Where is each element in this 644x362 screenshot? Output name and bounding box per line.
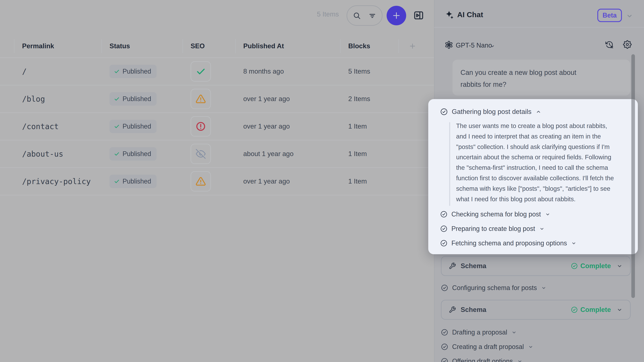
wrench-icon [449, 262, 456, 270]
check-icon [114, 178, 120, 184]
table-row[interactable]: /contact Published over 1 year ago 1 Ite… [0, 112, 436, 140]
blocks-count: 1 Item [348, 178, 367, 185]
seo-status-button[interactable] [190, 89, 211, 109]
check-circle-icon [441, 358, 448, 362]
chat-header-divider [434, 27, 644, 27]
column-header-permalink[interactable]: Permalink [14, 36, 102, 56]
check-circle-icon [441, 284, 448, 292]
table-row[interactable]: /privacy-policy Published over 1 year ag… [0, 167, 436, 195]
published-at-value: over 1 year ago [243, 123, 290, 130]
thinking-step-collapsed[interactable]: Drafting a proposal [441, 328, 517, 337]
add-column-button[interactable] [398, 36, 422, 56]
thinking-step-label: Checking schema for blog post [452, 210, 541, 218]
permalink-value: /about-us [22, 150, 63, 158]
thinking-step-collapsed[interactable]: Configuring schema for posts [441, 284, 546, 292]
chevron-down-icon [528, 344, 534, 350]
thinking-step-label: Preparing to create blog post [452, 225, 535, 233]
thinking-step-label: Gathering blog post details [452, 108, 532, 115]
chevron-down-icon [541, 285, 546, 291]
chat-settings-button[interactable] [623, 40, 632, 49]
chat-scrollbar-thumb[interactable] [631, 54, 635, 298]
thinking-body-line: "posts" collection. I should ask clarify… [456, 142, 614, 152]
permalink-value: /blog [22, 95, 45, 103]
thinking-body-line: uncertain about the schema or required f… [456, 152, 614, 163]
thinking-body-line: and I need to interpret that as creating… [456, 131, 614, 142]
seo-status-button[interactable] [190, 116, 211, 136]
chat-panel-title: AI Chat [457, 10, 483, 19]
check-icon [114, 151, 120, 157]
seo-status-button[interactable] [190, 171, 211, 191]
tool-name: Schema [461, 306, 486, 314]
thinking-body-line: The user wants me to create a blog post … [456, 121, 614, 131]
gear-icon [623, 40, 632, 49]
thinking-step-collapsed[interactable]: Preparing to create blog post [440, 224, 545, 233]
history-clear-icon [605, 40, 614, 49]
thinking-step-expanded[interactable]: Gathering blog post details [440, 107, 542, 116]
thinking-step-label: Configuring schema for posts [452, 284, 537, 292]
table-row[interactable]: /blog Published over 1 year ago 2 Items [0, 85, 436, 112]
thinking-body-line: the "schema-first" instruction, I need t… [456, 163, 614, 173]
add-item-button[interactable] [386, 6, 406, 25]
blocks-count: 5 Items [348, 68, 370, 75]
column-header-blocks[interactable]: Blocks [340, 36, 398, 56]
seo-status-button[interactable] [190, 144, 211, 164]
toggle-side-panel-button[interactable] [413, 10, 424, 21]
check-circle-icon [440, 108, 448, 115]
check-circle-icon [440, 225, 448, 232]
column-header-seo[interactable]: SEO [183, 36, 235, 56]
plus-icon [409, 42, 416, 50]
published-at-value: 8 months ago [243, 68, 284, 75]
plus-icon [392, 11, 401, 20]
permalink-value: /contact [22, 122, 59, 131]
thinking-step-collapsed[interactable]: Fetching schema and proposing options [440, 239, 577, 248]
check-icon [196, 66, 206, 76]
search-icon [352, 11, 361, 20]
check-icon [114, 96, 120, 102]
search-filter-group [346, 5, 382, 26]
tool-call-schema[interactable]: Schema Complete [441, 256, 630, 276]
seo-status-button[interactable] [190, 61, 211, 81]
filter-button[interactable] [368, 11, 376, 20]
user-message-bubble: Can you create a new blog post about rab… [452, 60, 630, 95]
table-body: / Published 8 months ago 5 Items /blog P… [0, 57, 434, 195]
thinking-step-label: Fetching schema and proposing options [452, 239, 567, 247]
thinking-step-label: Creating a draft proposal [452, 343, 524, 351]
blocks-count: 2 Items [348, 95, 370, 103]
chevron-down-icon[interactable] [490, 43, 495, 49]
model-selector[interactable]: GPT-5 Nano [456, 41, 492, 49]
thinking-step-collapsed[interactable]: Checking schema for blog post [440, 210, 550, 219]
blocks-count: 1 Item [348, 150, 367, 158]
check-circle-icon [571, 263, 578, 269]
table-row[interactable]: /about-us Published about 1 year ago 1 I… [0, 140, 436, 167]
alert-circle-icon [196, 121, 206, 131]
thinking-step-collapsed[interactable]: Offering draft options [441, 357, 523, 362]
chevron-down-icon [616, 263, 623, 269]
thinking-body-line: what I need for this blog post about rab… [456, 194, 614, 205]
check-circle-icon [440, 240, 448, 247]
search-button[interactable] [352, 11, 361, 20]
thinking-step-label: Drafting a proposal [452, 329, 507, 336]
published-at-value: over 1 year ago [243, 95, 290, 103]
permalink-value: /privacy-policy [22, 177, 91, 186]
tool-call-schema[interactable]: Schema Complete [441, 300, 630, 320]
table-row[interactable]: / Published 8 months ago 5 Items [0, 57, 436, 85]
thinking-body-line: function first to discover available col… [456, 173, 614, 184]
column-header-published-at[interactable]: Published At [235, 36, 340, 56]
chevron-down-icon [571, 240, 577, 246]
check-circle-icon [441, 329, 448, 336]
tool-status: Complete [571, 262, 611, 270]
column-header-status[interactable]: Status [102, 36, 183, 56]
wrench-icon [449, 306, 456, 313]
beta-badge: Beta [597, 9, 622, 22]
published-at-value: about 1 year ago [243, 150, 294, 158]
permalink-value: / [22, 67, 26, 76]
chevron-down-icon [626, 12, 634, 20]
clear-history-button[interactable] [605, 40, 614, 49]
status-badge: Published [110, 175, 156, 188]
warning-triangle-icon [196, 176, 206, 186]
openai-logo-icon [445, 41, 453, 49]
thinking-step-collapsed[interactable]: Creating a draft proposal [441, 343, 534, 351]
table-items-count: 5 Items [317, 10, 339, 18]
check-circle-icon [441, 343, 448, 351]
collapse-chat-button[interactable] [626, 12, 634, 20]
